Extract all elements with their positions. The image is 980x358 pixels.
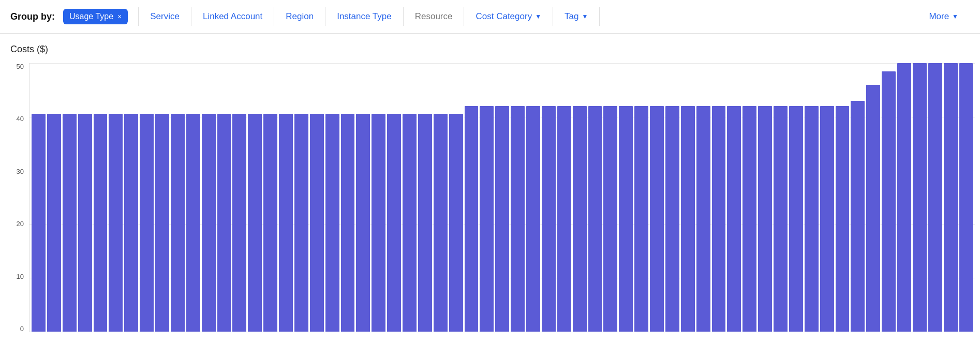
bar[interactable] xyxy=(603,106,617,332)
nav-item-region[interactable]: Region xyxy=(274,7,325,26)
bar[interactable] xyxy=(47,114,61,332)
bar[interactable] xyxy=(32,114,46,332)
bar[interactable] xyxy=(712,106,726,332)
bar[interactable] xyxy=(557,106,571,332)
bar[interactable] xyxy=(63,114,77,332)
bar[interactable] xyxy=(542,106,556,332)
bar[interactable] xyxy=(202,114,216,332)
y-axis-label: 10 xyxy=(17,273,24,280)
bar[interactable] xyxy=(758,106,772,332)
y-axis-label: 20 xyxy=(17,220,24,227)
bar[interactable] xyxy=(743,106,756,332)
y-axis: 50403020100 xyxy=(10,63,29,332)
bar[interactable] xyxy=(356,114,370,332)
bar[interactable] xyxy=(511,106,525,332)
y-axis-label: 40 xyxy=(17,115,24,122)
bar[interactable] xyxy=(418,114,432,332)
bar[interactable] xyxy=(681,106,695,332)
bar[interactable] xyxy=(789,106,803,332)
bar[interactable] xyxy=(465,106,479,332)
bar[interactable] xyxy=(403,114,417,332)
bar[interactable] xyxy=(387,114,401,332)
nav-item-instance-type[interactable]: Instance Type xyxy=(325,7,404,26)
bar[interactable] xyxy=(959,63,973,332)
bar[interactable] xyxy=(434,114,448,332)
bar[interactable] xyxy=(882,71,896,332)
bar[interactable] xyxy=(171,114,185,332)
bar[interactable] xyxy=(232,114,246,332)
bar[interactable] xyxy=(727,106,741,332)
toolbar: Group by: Usage Type × Service Linked Ac… xyxy=(0,0,980,34)
nav-item-tag-label: Tag xyxy=(565,11,578,22)
chevron-down-icon: ▼ xyxy=(582,13,588,20)
chevron-down-icon: ▼ xyxy=(952,13,958,20)
y-axis-label: 50 xyxy=(17,63,24,70)
bar[interactable] xyxy=(944,63,958,332)
nav-item-resource[interactable]: Resource xyxy=(404,7,465,26)
y-axis-label: 30 xyxy=(17,168,24,175)
bar[interactable] xyxy=(913,63,927,332)
bar[interactable] xyxy=(526,106,540,332)
chart-container: Costs ($) 50403020100 xyxy=(0,34,980,337)
bar[interactable] xyxy=(696,106,710,332)
bar[interactable] xyxy=(109,114,123,332)
chart-area xyxy=(29,63,975,332)
bar[interactable] xyxy=(650,106,664,332)
chart-wrapper: 50403020100 xyxy=(10,63,975,332)
bar[interactable] xyxy=(248,114,262,332)
bar[interactable] xyxy=(186,114,200,332)
bar[interactable] xyxy=(665,106,679,332)
bar[interactable] xyxy=(78,114,92,332)
bar[interactable] xyxy=(866,85,880,332)
group-by-nav: Service Linked Account Region Instance T… xyxy=(138,7,970,26)
bar[interactable] xyxy=(263,114,277,332)
bar[interactable] xyxy=(851,101,865,332)
nav-item-tag[interactable]: Tag ▼ xyxy=(553,7,600,26)
nav-item-cost-category[interactable]: Cost Category ▼ xyxy=(464,7,553,26)
bar[interactable] xyxy=(310,114,324,332)
nav-item-more[interactable]: More ▼ xyxy=(917,7,970,26)
bar[interactable] xyxy=(928,63,942,332)
bar[interactable] xyxy=(341,114,355,332)
chevron-down-icon: ▼ xyxy=(535,13,541,20)
nav-item-service[interactable]: Service xyxy=(138,7,191,26)
bar[interactable] xyxy=(588,106,602,332)
bar[interactable] xyxy=(820,106,834,332)
bar[interactable] xyxy=(372,114,385,332)
close-icon[interactable]: × xyxy=(117,12,122,21)
bar[interactable] xyxy=(217,114,231,332)
bar[interactable] xyxy=(619,106,633,332)
bar[interactable] xyxy=(634,106,648,332)
bar[interactable] xyxy=(480,106,494,332)
bar[interactable] xyxy=(140,114,154,332)
bar[interactable] xyxy=(124,114,138,332)
bar[interactable] xyxy=(897,63,911,332)
bar[interactable] xyxy=(325,114,339,332)
bar[interactable] xyxy=(94,114,108,332)
active-filter-label: Usage Type xyxy=(69,12,113,21)
active-filter-chip[interactable]: Usage Type × xyxy=(63,9,128,24)
bar[interactable] xyxy=(279,114,293,332)
bar[interactable] xyxy=(573,106,587,332)
y-axis-label: 0 xyxy=(20,325,24,332)
bar[interactable] xyxy=(449,114,463,332)
bar[interactable] xyxy=(294,114,308,332)
bar[interactable] xyxy=(774,106,788,332)
group-by-label: Group by: xyxy=(10,11,55,22)
nav-item-linked-account[interactable]: Linked Account xyxy=(191,7,274,26)
grid-line xyxy=(29,332,975,332)
chart-title: Costs ($) xyxy=(10,44,975,55)
bar[interactable] xyxy=(495,106,509,332)
bars-container xyxy=(29,63,975,332)
nav-item-cost-category-label: Cost Category xyxy=(476,11,532,22)
bar[interactable] xyxy=(155,114,169,332)
bar[interactable] xyxy=(805,106,819,332)
nav-item-more-label: More xyxy=(929,11,949,22)
bar[interactable] xyxy=(836,106,850,332)
